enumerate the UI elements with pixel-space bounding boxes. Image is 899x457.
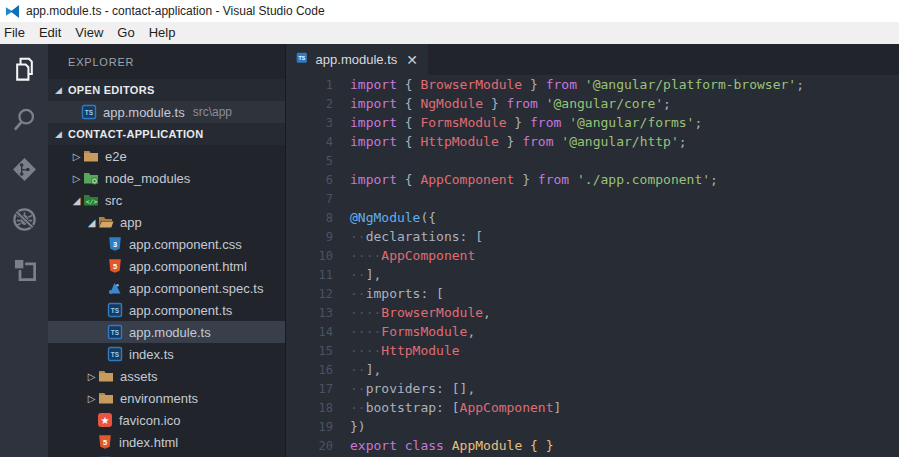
code-line-13: 13····BrowserModule, (286, 305, 899, 324)
menu-edit[interactable]: Edit (32, 22, 68, 44)
editor-group: TS app.module.ts ✕ 1import { BrowserModu… (285, 44, 899, 457)
folder-icon (98, 390, 114, 406)
code-line-9: 9··declarations: [ (286, 229, 899, 248)
tree-item-app[interactable]: ◢app (48, 211, 285, 233)
html-icon: 5 (107, 258, 123, 274)
line-number: 18 (286, 400, 333, 419)
svg-text:TS: TS (111, 329, 120, 336)
tree-item-assets[interactable]: ▷assets (48, 365, 285, 387)
svg-text:</>: </> (86, 198, 98, 206)
ts-icon: TS (107, 302, 123, 318)
code-line-8: 8@NgModule({ (286, 210, 899, 229)
tree-item-src[interactable]: ◢</>src (48, 189, 285, 211)
folder-icon (98, 368, 114, 384)
line-number: 19 (286, 419, 333, 438)
tree-item-label: app.component.html (129, 259, 247, 274)
tab-close-icon[interactable]: ✕ (406, 53, 418, 67)
tree-item-label: app.component.css (129, 237, 242, 252)
tree-item-favicon-ico[interactable]: ★favicon.ico (48, 409, 285, 431)
svg-text:TS: TS (111, 351, 120, 358)
menu-help[interactable]: Help (142, 22, 183, 44)
open-editors-header[interactable]: ◢OPEN EDITORS (48, 79, 285, 101)
code-line-2: 2import { NgModule } from '@angular/core… (286, 96, 899, 115)
tree-item-app-component-ts[interactable]: TSapp.component.ts (48, 299, 285, 321)
line-number: 3 (286, 115, 333, 134)
tree-item-label: index.ts (129, 347, 174, 362)
open-editor-item[interactable]: TSapp.module.tssrc\app (48, 101, 285, 123)
menu-go[interactable]: Go (110, 22, 141, 44)
tree-item-index-ts[interactable]: TSindex.ts (48, 343, 285, 365)
folder-green-icon (83, 170, 99, 186)
line-number: 11 (286, 267, 333, 286)
code-line-10: 10····AppComponent (286, 248, 899, 267)
tab-app-module-ts[interactable]: TS app.module.ts ✕ (286, 44, 428, 75)
svg-text:★: ★ (101, 415, 110, 426)
chevron-collapsed-icon: ▷ (70, 151, 83, 162)
tree-item-app-component-html[interactable]: 5app.component.html (48, 255, 285, 277)
tab-bar: TS app.module.ts ✕ (286, 44, 899, 75)
line-number: 7 (286, 191, 333, 210)
open-editor-filename: app.module.ts (103, 105, 185, 120)
line-number: 8 (286, 210, 333, 229)
tree-item-e2e[interactable]: ▷e2e (48, 145, 285, 167)
code-line-15: 15····HttpModule (286, 343, 899, 362)
source-control-icon[interactable] (0, 144, 48, 194)
code-line-18: 18··bootstrap: [AppComponent] (286, 400, 899, 419)
tree-item-label: favicon.ico (119, 413, 180, 428)
chevron-collapsed-icon: ▷ (70, 173, 83, 184)
code-line-12: 12··imports: [ (286, 286, 899, 305)
line-number: 12 (286, 286, 333, 305)
code-line-4: 4import { HttpModule } from '@angular/ht… (286, 134, 899, 153)
ts-file-icon: TS (296, 52, 308, 68)
tree-item-label: app.component.spec.ts (129, 281, 263, 296)
code-editor[interactable]: 1import { BrowserModule } from '@angular… (286, 75, 899, 457)
vscode-logo-icon (5, 4, 20, 19)
explorer-sidebar: EXPLORER ◢OPEN EDITORS TSapp.module.tssr… (48, 44, 285, 457)
svg-text:TS: TS (85, 109, 94, 116)
menu-view[interactable]: View (68, 22, 110, 44)
ts-spec-icon (107, 280, 123, 296)
sidebar-title: EXPLORER (48, 44, 285, 79)
code-line-17: 17··providers: [], (286, 381, 899, 400)
line-number: 6 (286, 172, 333, 191)
code-line-19: 19}) (286, 419, 899, 438)
tree-item-app-component-css[interactable]: 3app.component.css (48, 233, 285, 255)
tree-item-label: app (120, 215, 142, 230)
line-number: 10 (286, 248, 333, 267)
menu-bar: FileEditViewGoHelp (0, 22, 899, 44)
tree-item-label: index.html (119, 435, 178, 450)
tree-item-environments[interactable]: ▷environments (48, 387, 285, 409)
tree-item-app-module-ts[interactable]: TSapp.module.ts (48, 321, 285, 343)
tree-item-app-component-spec-ts[interactable]: app.component.spec.ts (48, 277, 285, 299)
tree-item-main-ts[interactable]: TSmain.ts (48, 453, 285, 457)
explorer-icon[interactable] (0, 44, 48, 94)
tree-item-label: app.component.ts (129, 303, 232, 318)
chevron-collapsed-icon: ▷ (85, 371, 98, 382)
folder-src-icon: </> (83, 192, 99, 208)
ts-file-icon: TS (81, 104, 97, 120)
search-icon[interactable] (0, 94, 48, 144)
tree-item-index-html[interactable]: 5index.html (48, 431, 285, 453)
code-line-7: 7 (286, 191, 899, 210)
menu-file[interactable]: File (0, 22, 32, 44)
code-line-6: 6import { AppComponent } from './app.com… (286, 172, 899, 191)
debug-icon[interactable] (0, 194, 48, 244)
tree-item-node-modules[interactable]: ▷node_modules (48, 167, 285, 189)
ts-icon: TS (107, 346, 123, 362)
extensions-icon[interactable] (0, 244, 48, 294)
svg-text:TS: TS (299, 55, 306, 61)
folder-open-icon (98, 214, 114, 230)
tree-item-label: src (105, 193, 122, 208)
code-line-20: 20export class AppModule { } (286, 438, 899, 457)
tree-item-label: assets (120, 369, 158, 384)
line-number: 4 (286, 134, 333, 153)
line-number: 15 (286, 343, 333, 362)
line-number: 14 (286, 324, 333, 343)
tree-item-label: node_modules (105, 171, 190, 186)
line-number: 9 (286, 229, 333, 248)
title-bar: app.module.ts - contact-application - Vi… (0, 0, 899, 22)
project-section-header[interactable]: ◢CONTACT-APPLICATION (48, 123, 285, 145)
tree-item-label: e2e (105, 149, 127, 164)
open-editor-path: src\app (193, 105, 232, 119)
tree-item-label: app.module.ts (129, 325, 211, 340)
